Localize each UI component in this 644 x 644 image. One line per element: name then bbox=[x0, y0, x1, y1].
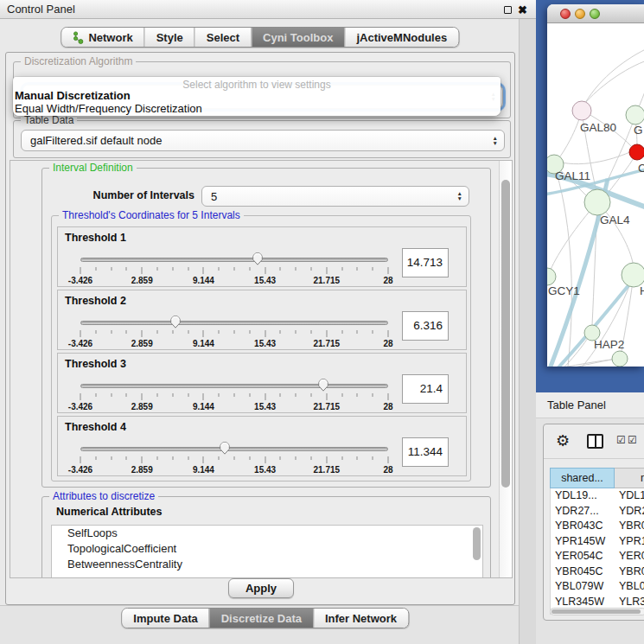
slider-ticks bbox=[80, 393, 388, 401]
network-canvas[interactable]: GAL80GCGAL11GAL4GCY1HHAP2 bbox=[547, 23, 644, 367]
threshold-slider[interactable]: -3.4262.8599.14415.4321.71528 bbox=[80, 376, 388, 412]
threshold-panel: Threshold 4-3.4262.8599.14415.4321.71528… bbox=[57, 416, 467, 476]
slider-handle[interactable] bbox=[169, 315, 182, 329]
table-row[interactable]: YBR045CYBR0 bbox=[551, 564, 644, 580]
tab-discretize-data[interactable]: Discretize Data bbox=[209, 609, 313, 628]
network-window-titlebar[interactable] bbox=[547, 4, 644, 23]
table-row[interactable]: YBR043CYBR0 bbox=[551, 519, 644, 534]
table-hscrollbar[interactable] bbox=[550, 608, 644, 615]
group-title: Interval Definition bbox=[49, 162, 137, 174]
threshold-panel: Threshold 1-3.4262.8599.14415.4321.71528… bbox=[57, 226, 467, 287]
threshold-value-field[interactable]: 11.344 bbox=[402, 437, 449, 467]
node-label: H bbox=[640, 284, 644, 297]
column-header-name[interactable]: n bbox=[615, 468, 644, 488]
table-data-group: Table Data galFiltered.sif default node … bbox=[13, 120, 511, 158]
table-row[interactable]: YDR27...YDR2 bbox=[551, 504, 644, 520]
column-header-shared[interactable]: shared... bbox=[550, 468, 615, 488]
cell-name: YER0 bbox=[615, 549, 644, 564]
attribute-list-item[interactable]: BetweennessCentrality bbox=[52, 557, 482, 572]
slider-track[interactable] bbox=[80, 384, 388, 388]
columns-icon[interactable] bbox=[587, 434, 603, 449]
table-row[interactable]: YER054CYER0 bbox=[551, 549, 644, 564]
algorithm-dropdown: Select algorithm to view settings Manual… bbox=[13, 77, 501, 116]
network-node-gal4[interactable] bbox=[584, 189, 610, 215]
group-title: Discretization Algorithm bbox=[21, 55, 136, 67]
tab-network[interactable]: Network bbox=[61, 28, 143, 47]
threshold-slider[interactable]: -3.4262.8599.14415.4321.71528 bbox=[80, 313, 388, 349]
num-intervals-select[interactable]: 5 ▲▼ bbox=[201, 186, 469, 207]
tab-jactivemnodules[interactable]: jActiveMNodules bbox=[344, 28, 458, 47]
close-icon[interactable]: ✖ bbox=[518, 4, 527, 16]
slider-handle[interactable] bbox=[317, 378, 330, 392]
interval-definition-group: Interval Definition Number of Intervals … bbox=[41, 168, 491, 488]
network-node-gal80[interactable] bbox=[572, 101, 591, 120]
slider-track[interactable] bbox=[80, 321, 388, 325]
cell-shared-name: YBL079W bbox=[551, 579, 615, 595]
dropdown-item-manual-discretization[interactable]: Manual Discretization bbox=[13, 89, 501, 102]
table-row[interactable]: YBL079WYBL0 bbox=[551, 579, 644, 595]
control-panel-titlebar: Control Panel ✖ bbox=[0, 0, 536, 19]
slider-handle[interactable] bbox=[252, 252, 265, 266]
apply-button[interactable]: Apply bbox=[228, 578, 294, 598]
slider-track[interactable] bbox=[80, 258, 388, 262]
stepper-icon: ▲▼ bbox=[493, 136, 498, 146]
threshold-panel: Threshold 2-3.4262.8599.14415.4321.71528… bbox=[57, 290, 467, 350]
dropdown-item-equal-width-frequency[interactable]: Equal Width/Frequency Discretization bbox=[13, 102, 501, 115]
threshold-label: Threshold 3 bbox=[65, 358, 126, 370]
top-tab-bar: Network Style Select Cyni Toolbox jActiv… bbox=[61, 27, 459, 48]
float-window-icon[interactable] bbox=[504, 6, 512, 14]
control-panel-window: Control Panel ✖ Network Style Select Cyn… bbox=[0, 0, 536, 644]
checkbox-checked-icon[interactable]: ☑ bbox=[628, 434, 637, 446]
network-node-gcy1[interactable] bbox=[547, 268, 556, 285]
slider-tick-labels: -3.4262.8599.14415.4321.71528 bbox=[80, 339, 388, 349]
threshold-value-field[interactable]: 21.4 bbox=[402, 374, 449, 404]
tab-cyni-toolbox[interactable]: Cyni Toolbox bbox=[251, 28, 344, 47]
network-node-c[interactable] bbox=[629, 144, 644, 160]
right-region: GAL80GCGAL11GAL4GCY1HHAP2 Table Panel ⚙ … bbox=[536, 0, 644, 644]
table-data-select[interactable]: galFiltered.sif default node ▲▼ bbox=[21, 130, 505, 151]
tab-infer-network[interactable]: Infer Network bbox=[313, 609, 408, 628]
group-title: Threshold's Coordinates for 5 Intervals bbox=[59, 209, 244, 221]
network-node-g[interactable] bbox=[626, 105, 644, 124]
network-edge bbox=[558, 151, 632, 164]
node-label: GCY1 bbox=[548, 284, 580, 297]
table-row[interactable]: YDL19...YDL1 bbox=[551, 488, 644, 504]
threshold-value-field[interactable]: 14.713 bbox=[402, 248, 449, 277]
attribute-list-item[interactable]: SelfLoops bbox=[52, 526, 482, 541]
node-label: C bbox=[638, 162, 644, 175]
slider-ticks bbox=[80, 456, 388, 464]
threshold-slider[interactable]: -3.4262.8599.14415.4321.71528 bbox=[80, 250, 388, 286]
cell-shared-name: YER054C bbox=[551, 549, 615, 564]
close-traffic-light-icon[interactable] bbox=[560, 9, 571, 19]
tab-select[interactable]: Select bbox=[194, 28, 251, 47]
table-rows: YDL19...YDL1YDR27...YDR2YBR043CYBR0YPR14… bbox=[550, 488, 644, 615]
zoom-traffic-light-icon[interactable] bbox=[590, 9, 600, 19]
minimize-traffic-light-icon[interactable] bbox=[575, 9, 585, 19]
network-node[interactable] bbox=[612, 351, 628, 367]
cell-shared-name: YPR145W bbox=[551, 534, 615, 550]
attribute-list-item[interactable]: TopologicalCoefficient bbox=[52, 541, 482, 557]
checkbox-checked-icon[interactable]: ☑ bbox=[616, 434, 626, 446]
table-row[interactable]: YPR145WYPR1 bbox=[551, 534, 644, 550]
slider-track[interactable] bbox=[80, 447, 388, 451]
attributes-group: Attributes to discretize Numerical Attri… bbox=[41, 496, 491, 578]
table-toolbar: ⚙ ☑ ☑ bbox=[544, 424, 644, 459]
bottom-tab-bar: Impute Data Discretize Data Infer Networ… bbox=[121, 608, 409, 628]
panel-divider bbox=[519, 19, 536, 644]
tab-style[interactable]: Style bbox=[144, 28, 194, 47]
threshold-slider[interactable]: -3.4262.8599.14415.4321.71528 bbox=[80, 439, 388, 475]
gear-icon[interactable]: ⚙ bbox=[556, 432, 570, 450]
settings-scrollbar[interactable] bbox=[499, 161, 512, 578]
tab-impute-data[interactable]: Impute Data bbox=[122, 609, 208, 628]
node-label: HAP2 bbox=[594, 338, 624, 351]
network-node-h[interactable] bbox=[622, 263, 644, 287]
threshold-label: Threshold 1 bbox=[65, 232, 126, 244]
node-table: shared... n YDL19...YDL1YDR27...YDR2YBR0… bbox=[550, 468, 644, 615]
table-header-row: shared... n bbox=[550, 468, 644, 488]
slider-handle[interactable] bbox=[219, 441, 232, 456]
numerical-attributes-list[interactable]: SelfLoopsTopologicalCoefficientBetweenne… bbox=[51, 525, 483, 578]
list-scrollbar[interactable] bbox=[473, 527, 481, 560]
slider-tick-labels: -3.4262.8599.14415.4321.71528 bbox=[80, 402, 388, 412]
threshold-value-field[interactable]: 6.316 bbox=[402, 311, 449, 341]
dropdown-placeholder: Select algorithm to view settings bbox=[13, 77, 501, 89]
